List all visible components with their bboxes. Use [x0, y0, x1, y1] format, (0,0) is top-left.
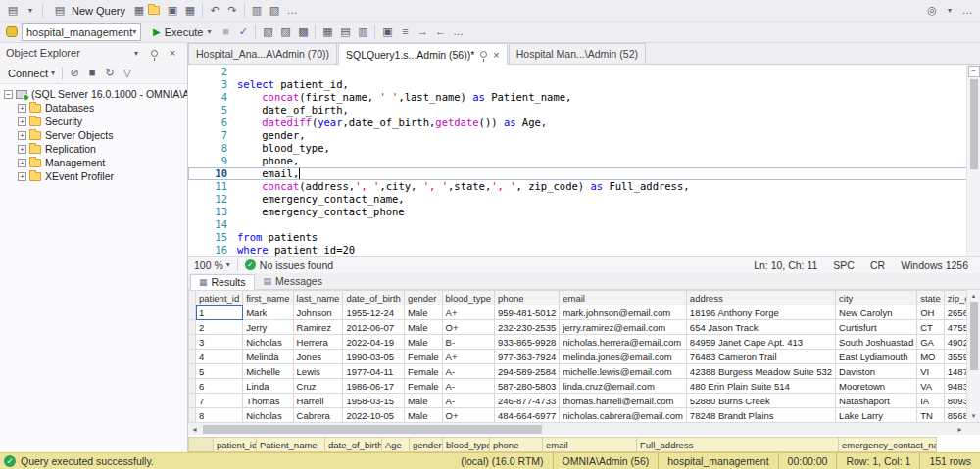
grid-cell[interactable]: Nicholas [243, 408, 293, 423]
grid-cell[interactable]: 3 [196, 335, 243, 350]
results-to-text-icon[interactable]: ▤ [336, 23, 354, 40]
column-header[interactable]: phone [490, 437, 543, 452]
code-line[interactable]: 12 emergency_contact_name, [188, 193, 980, 206]
print-icon[interactable]: ▥ [248, 2, 266, 19]
expander-icon[interactable]: + [18, 145, 26, 154]
column-header[interactable]: patient_id [214, 437, 257, 452]
code-line[interactable]: 8 blood_type, [188, 142, 980, 155]
column-header[interactable]: Age [382, 437, 410, 452]
grid-cell[interactable]: 587-280-5803 [495, 379, 560, 394]
column-header[interactable]: gender [410, 437, 443, 452]
row-header[interactable] [189, 364, 196, 379]
grid-cell[interactable]: 8093 [944, 394, 966, 408]
column-header[interactable]: zip_code [944, 291, 966, 305]
column-header[interactable]: phone [495, 291, 560, 305]
new-database-engine-query-icon[interactable]: ▦ [130, 2, 148, 19]
scroll-right-icon[interactable]: ▸ [954, 425, 966, 434]
grid-cell[interactable]: nicholas.herrera@email.com [560, 335, 687, 350]
grid-cell[interactable]: A- [442, 364, 494, 379]
activity-monitor-icon[interactable]: ▧ [266, 2, 283, 19]
grid-cell[interactable]: Curtisfurt [836, 320, 917, 335]
code-line[interactable]: 7 gender, [188, 129, 980, 142]
grid-cell[interactable]: Jerry [243, 320, 293, 335]
scroll-up-icon[interactable]: ▴ [972, 290, 976, 302]
tab-messages[interactable]: ▤ Messages [255, 273, 331, 289]
grid-cell[interactable]: 5 [196, 364, 243, 379]
save-all-icon[interactable]: ▦ [181, 2, 199, 19]
expander-icon[interactable]: + [18, 172, 26, 181]
code-line[interactable]: 15from patients [188, 231, 980, 244]
overflow-icon[interactable]: … [283, 2, 301, 19]
column-header[interactable]: state [917, 291, 945, 305]
grid-cell[interactable]: Daviston [836, 364, 917, 379]
column-header[interactable]: Full_address [637, 437, 839, 452]
column-header[interactable]: last_name [293, 291, 343, 305]
redo-icon[interactable]: ↷ [223, 2, 241, 19]
grid-cell[interactable]: Michelle [243, 364, 293, 379]
code-line[interactable]: 13 emergency_contact_phone [188, 206, 980, 218]
encoding[interactable]: Windows 1256 [901, 259, 968, 271]
line-ending[interactable]: CR [870, 259, 885, 271]
database-dropdown[interactable]: hospital_management ▾ [22, 23, 141, 41]
grid-cell[interactable]: 18196 Anthony Forge [686, 305, 835, 320]
grid-cell[interactable]: Mark [243, 305, 293, 320]
tree-item[interactable]: −(SQL Server 16.0.1000 - OMNIA\Admin) [0, 87, 187, 101]
grid-cell[interactable]: 1 [196, 305, 243, 320]
overflow-icon[interactable]: … [449, 23, 466, 40]
scrollbar-thumb[interactable] [203, 425, 542, 434]
scrollbar-thumb[interactable] [970, 79, 978, 169]
grid-cell[interactable]: mark.johnson@email.com [560, 305, 687, 320]
grid-cell[interactable]: Lewis [293, 364, 343, 379]
grid-cell[interactable]: Nicholas [243, 335, 293, 350]
grid-cell[interactable]: 480 Erin Plain Suite 514 [686, 379, 835, 394]
document-tab[interactable]: SQLQuery1.s...Admin (56))*× [338, 43, 508, 65]
grid-cell[interactable]: 7 [196, 394, 243, 408]
grid-cell[interactable]: A+ [442, 350, 494, 364]
row-header[interactable] [189, 408, 196, 423]
column-header[interactable]: email [543, 437, 637, 452]
grid-cell[interactable]: Female [404, 364, 442, 379]
code-line[interactable]: 6 datediff(year,date_of_birth,getdate())… [188, 117, 980, 129]
column-header[interactable]: first_name [243, 291, 293, 305]
results-to-grid-icon[interactable]: ▦ [318, 23, 336, 40]
grid-cell[interactable]: melinda.jones@email.com [560, 350, 687, 364]
grid-cell[interactable]: VA [917, 379, 945, 394]
close-icon[interactable]: × [493, 50, 499, 60]
grid-cell[interactable]: O+ [442, 320, 494, 335]
grid-cell[interactable]: Thomas [243, 394, 293, 408]
grid-cell[interactable]: Mooretown [836, 379, 917, 394]
grid-cell[interactable]: 84959 Janet Cape Apt. 413 [686, 335, 835, 350]
grid-cell[interactable]: jerry.ramirez@email.com [560, 320, 687, 335]
grid-cell[interactable]: Lake Larry [836, 408, 917, 423]
tree-item[interactable]: +Server Objects [0, 128, 187, 142]
grid-cell[interactable]: Cruz [293, 379, 343, 394]
code-area[interactable]: 23select patient_id,4 concat(first_name,… [188, 65, 980, 256]
grid-cell[interactable]: A+ [442, 305, 494, 320]
open-file-icon[interactable] [148, 6, 160, 15]
zoom-control[interactable]: 100 % ▾ [194, 259, 230, 271]
filter-icon[interactable]: ▽ [119, 65, 136, 81]
grid-cell[interactable]: B- [442, 335, 494, 350]
grid-cell[interactable]: Male [404, 320, 442, 335]
grid-cell[interactable]: 2022-04-19 [343, 335, 404, 350]
grid-cell[interactable]: Male [404, 335, 442, 350]
tree-item[interactable]: +Management [0, 156, 187, 169]
refresh-icon[interactable]: ↻ [101, 65, 119, 81]
tree-item[interactable]: +Security [0, 115, 187, 128]
pin-icon[interactable] [480, 51, 487, 58]
grid-cell[interactable]: OH [917, 305, 945, 320]
grid-cell[interactable]: 49021 [944, 335, 966, 350]
grid-cell[interactable]: Ramirez [293, 320, 343, 335]
estimated-plan-icon[interactable]: ▧ [259, 23, 276, 40]
grid-cell[interactable]: South Joshuastad [836, 335, 917, 350]
grid-cell[interactable]: GA [917, 335, 945, 350]
grid-cell[interactable]: Jones [293, 350, 343, 364]
outdent-icon[interactable]: ← [431, 23, 449, 40]
grid-cell[interactable]: Melinda [243, 350, 293, 364]
code-line[interactable]: 9 phone, [188, 155, 980, 167]
grid-cell[interactable]: A- [442, 394, 494, 408]
expander-icon[interactable]: − [4, 90, 13, 99]
grid-cell[interactable]: 1986-06-17 [343, 379, 404, 394]
grid-cell[interactable]: Male [404, 394, 442, 408]
code-line[interactable]: 2 [188, 66, 980, 78]
